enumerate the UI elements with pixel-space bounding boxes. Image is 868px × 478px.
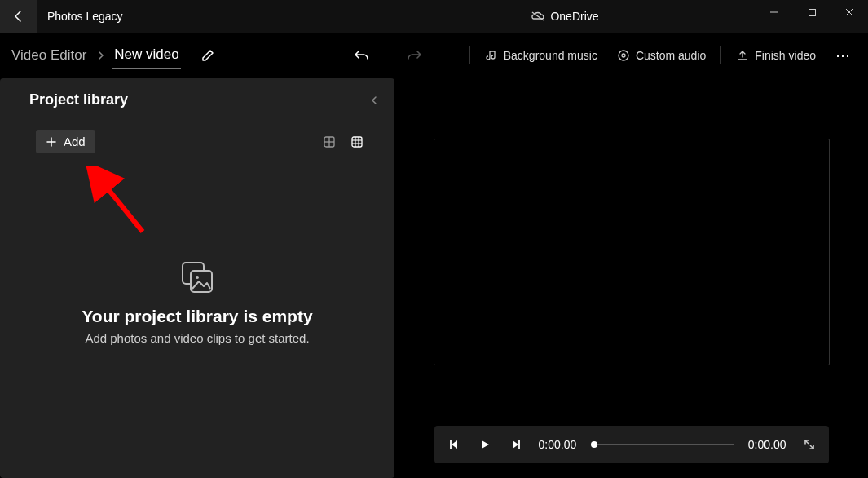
undo-button[interactable] <box>347 41 377 70</box>
undo-icon <box>354 48 370 63</box>
svg-point-15 <box>196 276 199 279</box>
maximize-icon <box>808 8 817 17</box>
finish-video-label: Finish video <box>755 49 816 62</box>
custom-audio-button[interactable]: Custom audio <box>609 44 714 67</box>
fullscreen-icon <box>803 438 816 451</box>
svg-point-4 <box>622 54 625 57</box>
svg-rect-2 <box>809 9 815 15</box>
total-time: 0:00.00 <box>748 438 786 451</box>
minimize-button[interactable] <box>756 0 793 24</box>
svg-point-3 <box>619 51 628 60</box>
close-icon <box>844 7 854 17</box>
onedrive-label: OneDrive <box>550 10 598 23</box>
separator <box>720 46 721 64</box>
close-button[interactable] <box>831 0 868 24</box>
fullscreen-button[interactable] <box>801 438 817 451</box>
ellipsis-icon: ⋯ <box>835 47 852 64</box>
music-icon <box>485 49 498 62</box>
breadcrumb-root[interactable]: Video Editor <box>8 44 90 67</box>
separator <box>469 46 470 64</box>
cloud-off-icon <box>530 11 544 22</box>
right-toolbar: Background music Custom audio Finish vid… <box>466 44 860 67</box>
export-icon <box>736 49 749 62</box>
project-library-title: Project library <box>29 91 128 108</box>
view-large-button[interactable] <box>321 134 337 150</box>
plus-icon <box>46 136 57 148</box>
audio-icon <box>617 49 630 62</box>
more-button[interactable]: ⋯ <box>827 46 860 64</box>
background-music-label: Background music <box>504 49 597 62</box>
minimize-icon <box>769 7 779 17</box>
step-forward-icon <box>509 438 522 451</box>
toolbar: Video Editor New video Background music … <box>0 33 868 78</box>
chevron-left-icon <box>370 95 378 106</box>
redo-icon <box>406 48 422 63</box>
background-music-button[interactable]: Background music <box>477 44 606 67</box>
chevron-right-icon <box>95 51 108 60</box>
back-button[interactable] <box>0 0 37 33</box>
preview-canvas <box>434 139 830 365</box>
view-small-button[interactable] <box>349 134 365 150</box>
custom-audio-label: Custom audio <box>636 49 706 62</box>
onedrive-status[interactable]: OneDrive <box>530 10 598 23</box>
collapse-panel-button[interactable] <box>370 95 378 106</box>
add-button-label: Add <box>64 135 86 148</box>
pencil-icon <box>200 48 215 63</box>
title-bar: Photos Legacy OneDrive <box>0 0 868 33</box>
step-back-icon <box>447 438 460 451</box>
add-button[interactable]: Add <box>36 130 95 153</box>
grid-small-icon <box>350 135 364 148</box>
window-controls <box>756 0 868 24</box>
rename-button[interactable] <box>200 48 215 63</box>
maximize-button[interactable] <box>793 0 831 24</box>
breadcrumb-current[interactable]: New video <box>112 43 180 69</box>
app-title: Photos Legacy <box>47 10 123 23</box>
empty-title: Your project library is empty <box>82 307 312 326</box>
prev-frame-button[interactable] <box>446 438 462 451</box>
grid-large-icon <box>323 135 336 148</box>
arrow-left-icon <box>12 10 25 23</box>
play-bar: 0:00.00 0:00.00 <box>434 426 829 463</box>
project-library-panel: Project library Add <box>0 78 394 478</box>
next-frame-button[interactable] <box>508 438 524 451</box>
seek-slider[interactable] <box>591 444 734 445</box>
svg-rect-8 <box>352 137 362 147</box>
current-time: 0:00.00 <box>539 438 577 451</box>
redo-button[interactable] <box>399 41 429 70</box>
finish-video-button[interactable]: Finish video <box>728 44 824 67</box>
svg-rect-14 <box>191 271 212 292</box>
empty-subtitle: Add photos and video clips to get starte… <box>85 331 309 345</box>
play-button[interactable] <box>477 438 493 451</box>
empty-state: Your project library is empty Add photos… <box>0 162 394 478</box>
photos-icon <box>178 259 217 295</box>
preview-area: 0:00.00 0:00.00 <box>394 78 868 478</box>
play-icon <box>478 438 491 451</box>
